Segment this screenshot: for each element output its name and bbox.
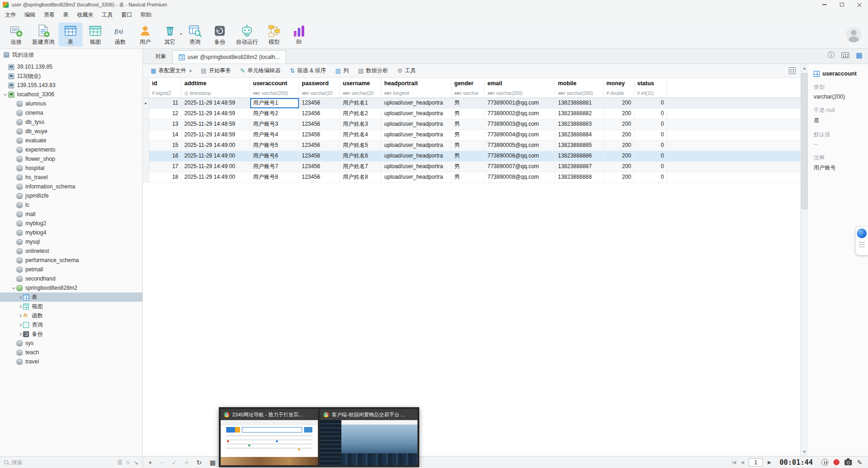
minimize-button[interactable] xyxy=(815,0,833,9)
cell-username[interactable]: 用户姓名4 xyxy=(340,130,381,140)
cell-headportrait[interactable]: upload/user_headportra xyxy=(381,130,452,140)
row-marker[interactable] xyxy=(143,130,149,140)
column-header-money[interactable]: money#double xyxy=(604,78,634,98)
scroll-down-icon[interactable] xyxy=(801,448,808,456)
tree-item[interactable]: sys xyxy=(0,339,142,348)
tree-item[interactable]: 113(物业) xyxy=(0,71,142,81)
tree-item[interactable]: 表 xyxy=(0,292,142,302)
cell-useraccount[interactable]: 用户账号1 xyxy=(250,98,299,108)
row-marker[interactable] xyxy=(143,151,149,161)
cell-status[interactable]: 0 xyxy=(634,162,667,172)
cell-id[interactable]: 13 xyxy=(149,119,182,129)
cell-gender[interactable]: 男 xyxy=(452,140,485,151)
cell-password[interactable]: 123456 xyxy=(299,151,340,161)
row-marker[interactable] xyxy=(143,140,149,151)
cell-id[interactable]: 15 xyxy=(149,140,182,151)
record-icon[interactable] xyxy=(833,459,839,465)
menu-item[interactable]: 表 xyxy=(59,9,73,21)
tree-item[interactable]: lc xyxy=(0,200,142,210)
vertical-scrollbar[interactable] xyxy=(800,64,808,456)
cell-id[interactable]: 17 xyxy=(149,162,182,172)
screenshot-camera-icon[interactable] xyxy=(845,460,852,465)
cell-useraccount[interactable]: 用户账号6 xyxy=(250,151,299,161)
cell-addtime[interactable]: 2025-11-29 14:49:00 xyxy=(182,162,250,172)
previous-record-icon[interactable]: ◀ xyxy=(741,460,744,465)
cell-mobile[interactable]: 13823888887 xyxy=(555,162,604,172)
tree-item[interactable]: performance_schema xyxy=(0,256,142,265)
cell-addtime[interactable]: 2025-11-29 14:48:59 xyxy=(182,130,250,140)
tree-item[interactable]: petmall xyxy=(0,265,142,274)
cell-mobile[interactable]: 13823888886 xyxy=(555,151,604,161)
column-header-username[interactable]: usernameABCvarchar(20 xyxy=(340,78,381,98)
cell-gender[interactable]: 男 xyxy=(452,98,485,108)
filter-menu-icon[interactable]: ☰ xyxy=(117,459,122,466)
cell-headportrait[interactable]: upload/user_headportra xyxy=(381,119,452,129)
menu-item[interactable]: 查看 xyxy=(40,9,59,21)
cell-gender[interactable]: 男 xyxy=(452,119,485,129)
collapse-icon[interactable]: ↘ xyxy=(134,459,138,466)
cell-money[interactable]: 200 xyxy=(604,162,634,172)
menu-item[interactable]: 收藏夹 xyxy=(73,9,98,21)
cell-password[interactable]: 123456 xyxy=(299,130,340,140)
cell-email[interactable]: 773890006@qq.com xyxy=(485,151,555,161)
cell-status[interactable]: 0 xyxy=(634,151,667,161)
tree-expander[interactable] xyxy=(2,94,8,95)
cell-mobile[interactable]: 13823888882 xyxy=(555,109,604,119)
cell-email[interactable]: 773890004@qq.com xyxy=(485,130,555,140)
scrollbar-thumb[interactable] xyxy=(801,73,808,209)
close-button[interactable] xyxy=(850,0,868,9)
column-header-addtime[interactable]: addtime◷timestamp xyxy=(182,78,250,98)
scroll-up-icon[interactable] xyxy=(801,64,808,72)
menu-item[interactable]: 编辑 xyxy=(20,9,40,21)
tree-item[interactable]: myblog2 xyxy=(0,219,142,228)
cell-id[interactable]: 12 xyxy=(149,109,182,119)
cell-email[interactable]: 773890003@qq.com xyxy=(485,119,555,129)
tree-item[interactable]: hs_travel xyxy=(0,173,142,182)
row-marker[interactable] xyxy=(143,172,149,182)
row-marker[interactable] xyxy=(143,162,149,172)
cell-email[interactable]: 773890005@qq.com xyxy=(485,140,555,151)
cell-gender[interactable]: 男 xyxy=(452,162,485,172)
tree-item[interactable]: myblog4 xyxy=(0,228,142,237)
tree-expander[interactable] xyxy=(10,287,17,289)
table-row[interactable]: 152025-11-29 14:49:00用户账号5123456用户姓名5upl… xyxy=(143,140,800,151)
cell-headportrait[interactable]: upload/user_headportra xyxy=(381,98,452,108)
cell-email[interactable]: 773890008@qq.com xyxy=(485,172,555,182)
edit-pencil-icon[interactable]: ✎ xyxy=(857,459,862,466)
cell-status[interactable]: 0 xyxy=(634,130,667,140)
cell-status[interactable]: 0 xyxy=(634,119,667,129)
toolbar-other-button[interactable]: 其它▾ xyxy=(158,23,182,47)
cell-username[interactable]: 用户姓名3 xyxy=(340,119,381,129)
tools-button[interactable]: ⚙工具 xyxy=(393,65,420,76)
cell-headportrait[interactable]: upload/user_headportra xyxy=(381,151,452,161)
column-header-useraccount[interactable]: useraccountABCvarchar(200) xyxy=(250,78,299,98)
table-row[interactable]: 132025-11-29 14:48:59用户账号3123456用户姓名3upl… xyxy=(143,119,800,130)
cell-mobile[interactable]: 13823888885 xyxy=(555,140,604,151)
table-row[interactable]: 122025-11-29 14:48:59用户账号2123456用户姓名2upl… xyxy=(143,109,800,119)
tree-item[interactable]: mysql xyxy=(0,237,142,246)
tree-item[interactable]: springboot8eo828m2 xyxy=(0,283,142,292)
cell-username[interactable]: 用户姓名2 xyxy=(340,109,381,119)
tree-item[interactable]: teach xyxy=(0,348,142,357)
tree-item[interactable]: db_wuye xyxy=(0,127,142,136)
grid-view-toggle-icon[interactable]: ▦ xyxy=(210,459,216,466)
tree-item[interactable]: alumnus xyxy=(0,99,142,108)
cell-useraccount[interactable]: 用户账号5 xyxy=(250,140,299,151)
cell-money[interactable]: 200 xyxy=(604,151,634,161)
cell-status[interactable]: 0 xyxy=(634,140,667,151)
cell-addtime[interactable]: 2025-11-29 14:48:59 xyxy=(182,98,250,108)
cell-password[interactable]: 123456 xyxy=(299,172,340,182)
cell-password[interactable]: 123456 xyxy=(299,98,340,108)
tree-item[interactable]: mall xyxy=(0,210,142,219)
cell-useraccount[interactable]: 用户账号3 xyxy=(250,119,299,129)
cell-money[interactable]: 200 xyxy=(604,109,634,119)
toolbar-connection-button[interactable]: 连接 xyxy=(4,23,28,47)
cell-money[interactable]: 200 xyxy=(604,172,634,182)
tab-table-data[interactable]: user @springboot8eo828m2 (localh... xyxy=(172,50,286,64)
assistant-widget[interactable] xyxy=(856,227,868,255)
tree-item[interactable]: hospital xyxy=(0,164,142,173)
tree-expander[interactable] xyxy=(17,324,23,326)
table-row[interactable]: ▸112025-11-29 14:48:59用户账号1123456用户姓名1up… xyxy=(143,98,800,109)
tree-expander[interactable] xyxy=(17,296,23,298)
grid-view-icon[interactable]: ▦ xyxy=(856,51,862,59)
